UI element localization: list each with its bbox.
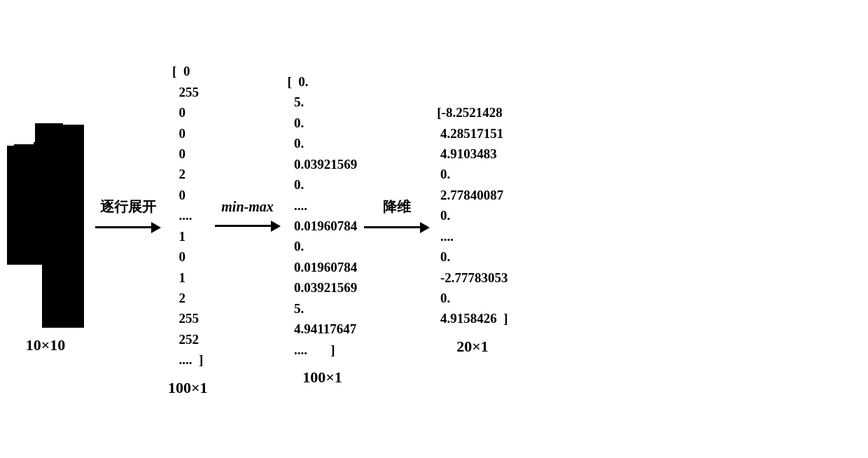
array3-v5: 0. xyxy=(437,205,507,225)
arrow2-shaft xyxy=(215,225,271,227)
array1-v11: 2 xyxy=(172,288,203,308)
array3-v10: 4.9158426 ] xyxy=(437,308,507,328)
arrow1-line xyxy=(95,222,161,233)
array2-v5: 0. xyxy=(288,174,358,195)
arrow1-shaft xyxy=(95,226,151,228)
image-block: 10×10 xyxy=(7,104,84,354)
arrow2-line xyxy=(215,221,281,232)
array1-v0: [ 0 xyxy=(172,61,203,81)
array1-block: [ 0 255 0 0 0 2 0 .... 1 0 1 2 255 252 .… xyxy=(168,61,208,397)
array2-v9: 0.01960784 xyxy=(288,257,358,277)
arrow3-label: 降维 xyxy=(383,197,411,216)
array2-v1: 5. xyxy=(288,92,358,112)
array3-v4: 2.77840087 xyxy=(437,185,507,205)
array2-content: [ 0. 5. 0. 0. 0.03921569 0. .... 0.01960… xyxy=(288,71,358,360)
array3-dim: 20×1 xyxy=(456,338,489,356)
array1-v13: 252 xyxy=(172,329,203,349)
array2-v6: .... xyxy=(288,195,358,216)
array1-v7: .... xyxy=(172,205,203,225)
arrow1-block: 逐行展开 xyxy=(95,197,161,233)
array3-v0: [-8.2521428 xyxy=(437,102,507,123)
array2-v3: 0. xyxy=(288,133,358,153)
array1-v5: 2 xyxy=(172,164,203,184)
main-container: 10×10 逐行展开 [ 0 255 0 0 0 2 0 .... xyxy=(0,0,868,458)
source-image xyxy=(7,104,84,328)
array2-v4: 0.03921569 xyxy=(288,154,358,174)
array3-v2: 4.9103483 xyxy=(437,144,507,164)
array2-v11: 5. xyxy=(288,298,358,319)
arrow2-label: min-max xyxy=(221,199,273,215)
array1-content: [ 0 255 0 0 0 2 0 .... 1 0 1 2 255 252 .… xyxy=(172,61,203,370)
array3-v1: 4.28517151 xyxy=(437,123,507,144)
svg-rect-2 xyxy=(7,265,42,328)
array1-v2: 0 xyxy=(172,102,203,123)
array2-block: [ 0. 5. 0. 0. 0.03921569 0. .... 0.01960… xyxy=(288,71,358,387)
array2-v8: 0. xyxy=(288,236,358,256)
array1-v9: 0 xyxy=(172,247,203,267)
array3-v9: 0. xyxy=(437,288,507,308)
array3-v8: -2.77783053 xyxy=(437,268,507,288)
diagram: 10×10 逐行展开 [ 0 255 0 0 0 2 0 .... xyxy=(7,61,861,397)
arrow3-line xyxy=(364,222,430,233)
array3-v6: .... xyxy=(437,226,507,247)
array2-v12: 4.94117647 xyxy=(288,319,358,339)
arrow1-label: 逐行展开 xyxy=(100,197,156,216)
array1-dim: 100×1 xyxy=(168,379,208,397)
image-dim-label: 10×10 xyxy=(26,336,66,354)
arrow3-block: 降维 xyxy=(364,197,430,233)
svg-rect-7 xyxy=(34,104,84,123)
array1-v3: 0 xyxy=(172,123,203,144)
array1-v1: 255 xyxy=(172,82,203,102)
array3-content: [-8.2521428 4.28517151 4.9103483 0. 2.77… xyxy=(437,102,507,329)
array2-dim: 100×1 xyxy=(302,368,342,387)
array1-v6: 0 xyxy=(172,185,203,205)
array1-v12: 255 xyxy=(172,308,203,328)
svg-rect-6 xyxy=(7,104,34,144)
arrow3-shaft xyxy=(364,226,420,228)
array3-block: [-8.2521428 4.28517151 4.9103483 0. 2.77… xyxy=(437,102,507,356)
arrow1-head xyxy=(151,222,161,233)
array1-v14: .... ] xyxy=(172,349,203,370)
array3-v7: 0. xyxy=(437,247,507,267)
array2-v7: 0.01960784 xyxy=(288,216,358,236)
array2-v0: [ 0. xyxy=(288,71,358,92)
array2-v10: 0.03921569 xyxy=(288,277,358,298)
array1-v10: 1 xyxy=(172,268,203,288)
array1-v8: 1 xyxy=(172,226,203,247)
array2-v2: 0. xyxy=(288,113,358,133)
arrow2-block: min-max xyxy=(215,199,281,232)
array3-v3: 0. xyxy=(437,164,507,184)
arrow2-head xyxy=(271,221,281,232)
arrow3-head xyxy=(420,222,430,233)
array1-v4: 0 xyxy=(172,144,203,164)
array2-v13: .... ] xyxy=(288,340,358,360)
svg-rect-4 xyxy=(7,146,35,149)
